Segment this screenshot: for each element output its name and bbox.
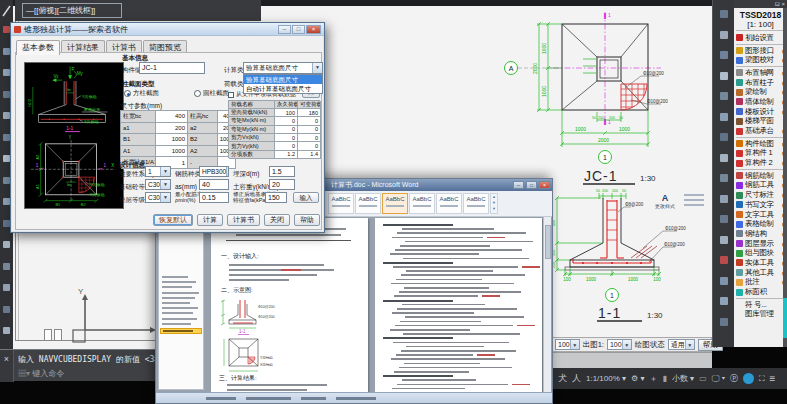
toolbar-icon[interactable] bbox=[3, 177, 10, 184]
tssd-menu-item[interactable]: 组与图块 ▶ bbox=[734, 248, 787, 258]
tssd-menu-item[interactable]: 初始设置 ▶ bbox=[734, 33, 787, 43]
tssd-menu-item[interactable]: 钢结构 ▶ bbox=[734, 229, 787, 239]
nav-item[interactable] bbox=[162, 323, 191, 325]
load-table[interactable]: 荷载名称永久荷载可变荷载竖向荷载N(kN)100180弯矩Mx(kN·m)00弯… bbox=[228, 100, 320, 158]
toolbar-icon[interactable] bbox=[720, 318, 728, 326]
tssd-scroll-thumb[interactable] bbox=[783, 298, 787, 338]
tssd-menu-item[interactable]: 表格绘制 ▶ bbox=[734, 219, 787, 229]
maximize-button[interactable]: □ bbox=[526, 181, 537, 189]
member-no-input[interactable]: JC-1 bbox=[139, 62, 205, 74]
size-params-table[interactable]: 柱宽bc400柱高hc400a1200a2200B11000B21000A110… bbox=[120, 110, 235, 168]
load-cell[interactable]: 0 bbox=[275, 134, 298, 142]
right-toolbar[interactable] bbox=[712, 0, 734, 347]
dialog-maximize-button[interactable]: □ bbox=[292, 25, 305, 34]
style-cell[interactable]: AaBbC bbox=[409, 193, 435, 214]
tssd-menu-item[interactable]: 布置柱子 ▶ bbox=[734, 78, 787, 88]
dialog-minimize-button[interactable]: – bbox=[278, 25, 291, 34]
dialog-close-button[interactable]: × bbox=[306, 25, 321, 34]
load-cell[interactable]: 0 bbox=[275, 117, 298, 125]
style-cell[interactable]: AaBbC bbox=[328, 193, 354, 214]
notification-icon[interactable] bbox=[743, 373, 754, 384]
nav-item[interactable] bbox=[162, 276, 188, 278]
input-button[interactable]: 输入 bbox=[293, 192, 319, 203]
zoom-level[interactable]: 1:1/100% ▾ bbox=[586, 374, 626, 383]
nav-item-selected[interactable] bbox=[160, 328, 202, 334]
round-column-radio[interactable]: 圆柱截面 bbox=[194, 89, 229, 98]
dropdown-option[interactable]: 验算基础底面尺寸 bbox=[244, 75, 322, 84]
toolbar-icon[interactable] bbox=[720, 72, 728, 80]
document-page-1[interactable]: 一、设计输入:二、示意图:Φ10@200Φ10@2001-1Y向钢筋X向钢筋三、… bbox=[211, 218, 368, 392]
toolbar-icon[interactable] bbox=[3, 198, 10, 205]
tssd-menu-item[interactable]: 墙体绘制 ▶ bbox=[734, 97, 787, 107]
dialog-button-计算书[interactable]: 计算书 bbox=[227, 214, 260, 226]
tssd-menu-item[interactable]: 文字工具 ▶ bbox=[734, 210, 787, 220]
nav-item[interactable] bbox=[162, 318, 197, 320]
gallery-scroll[interactable]: ▲▼▼ bbox=[490, 193, 498, 214]
bearing-input[interactable]: 150 bbox=[265, 192, 287, 203]
toolbar-icon[interactable] bbox=[3, 134, 10, 141]
close-button[interactable]: × bbox=[539, 181, 550, 189]
toolbar-icon[interactable] bbox=[3, 220, 10, 227]
tssd-menu-item[interactable]: 算构件 1 ▶ bbox=[734, 149, 787, 159]
scale-combo[interactable]: 100▼ bbox=[555, 339, 580, 350]
toolbar-icon[interactable] bbox=[720, 10, 728, 18]
size-cell[interactable]: 400 bbox=[156, 111, 188, 123]
tssd-menu-item[interactable]: 实体工具 ▶ bbox=[734, 258, 787, 268]
clean-screen-icon[interactable]: ▭ bbox=[699, 374, 707, 383]
toolbar-icon[interactable] bbox=[3, 155, 10, 162]
nav-item[interactable] bbox=[162, 312, 193, 314]
tssd-scrollbar[interactable] bbox=[783, 8, 787, 347]
toolbar-icon[interactable] bbox=[720, 297, 728, 305]
toolbar-icon[interactable] bbox=[720, 277, 728, 285]
document-page-2[interactable] bbox=[375, 218, 542, 392]
style-cell[interactable]: AaBbC bbox=[463, 193, 489, 214]
toolbar-icon[interactable] bbox=[3, 241, 10, 248]
styles-gallery[interactable]: AaBbCAaBbCAaBbCAaBbCAaBbCAaBbC▲▼▼ bbox=[328, 193, 498, 214]
word-scroll-thumb[interactable] bbox=[545, 225, 551, 259]
dialog-button-计算[interactable]: 计算 bbox=[197, 214, 223, 226]
navigation-pane[interactable] bbox=[158, 219, 204, 390]
fullscreen-icon[interactable]: ⛶ bbox=[759, 374, 765, 384]
tssd-menu-item[interactable]: 书写文字 ▶ bbox=[734, 200, 787, 210]
isolate-icon[interactable]: ▮ bbox=[662, 374, 666, 383]
dialog-button-恢复默认[interactable]: 恢复默认 bbox=[153, 214, 193, 226]
out-scale-combo[interactable]: 100▼ bbox=[607, 339, 632, 350]
p-icon[interactable]: Ⓟ bbox=[730, 373, 738, 384]
toolbar-icon[interactable] bbox=[3, 263, 10, 270]
pencil-icon[interactable] bbox=[1, 4, 12, 18]
tssd-menu-item[interactable]: 楼板设计 ▶ bbox=[734, 107, 787, 117]
tssd-menu-item[interactable]: 算构件 2 ▶ bbox=[734, 158, 787, 168]
plus-icon[interactable]: ＋ bbox=[649, 373, 657, 384]
tssd-menu-item[interactable]: 梁绘制 ▶ bbox=[734, 87, 787, 97]
tssd-menu-item[interactable]: 符 号... ▶ bbox=[734, 300, 787, 310]
min-ratio-input[interactable]: 0.15 bbox=[199, 192, 229, 203]
tssd-menu-item[interactable]: 尺寸标注 ▶ bbox=[734, 190, 787, 200]
square-column-radio[interactable]: 方柱截面 bbox=[124, 89, 159, 98]
tssd-menu-item[interactable]: 批注 ▶ bbox=[734, 278, 787, 288]
toolbar-icon[interactable] bbox=[3, 26, 10, 33]
toolbar-icon[interactable] bbox=[3, 69, 10, 76]
style-cell[interactable]: AaBbC bbox=[436, 193, 462, 214]
toolbar-icon[interactable] bbox=[720, 31, 728, 39]
toolbar-icon[interactable] bbox=[3, 306, 10, 313]
tssd-menu-item[interactable]: 梁图校对 ▶ bbox=[734, 55, 787, 65]
tssd-menu-item[interactable]: 其他工具 ▶ bbox=[734, 268, 787, 278]
toolbar-icon[interactable] bbox=[720, 51, 728, 59]
nav-item[interactable] bbox=[162, 281, 196, 283]
toolbar-icon[interactable] bbox=[3, 48, 10, 55]
calc-type-dropdown[interactable]: 验算基础底面尺寸 自动计算基础底面尺寸 bbox=[243, 74, 323, 94]
word-scrollbar[interactable] bbox=[543, 217, 551, 392]
rebar-type-combo[interactable]: HPB300▼ bbox=[199, 166, 229, 177]
size-cell[interactable]: 1000 bbox=[156, 146, 188, 158]
tssd-menu-item[interactable]: 构件绘图 ▶ bbox=[734, 139, 787, 149]
toolbar-icon[interactable] bbox=[720, 174, 728, 182]
load-cell[interactable]: 0 bbox=[298, 126, 321, 134]
menu-icon[interactable]: ≡ bbox=[770, 373, 776, 384]
gear-icon[interactable]: ⚙ ▾ bbox=[631, 374, 644, 383]
dialog-tab-1[interactable]: 基本参数 bbox=[16, 40, 60, 55]
command-close-icon[interactable]: × bbox=[0, 350, 14, 382]
tssd-menu-item[interactable]: 布置轴网 ▶ bbox=[734, 68, 787, 78]
load-cell[interactable]: 0 bbox=[275, 142, 298, 150]
toolbar-icon[interactable] bbox=[3, 284, 10, 291]
calc-type-combo[interactable]: 验算基础底面尺寸▼ bbox=[243, 62, 323, 74]
